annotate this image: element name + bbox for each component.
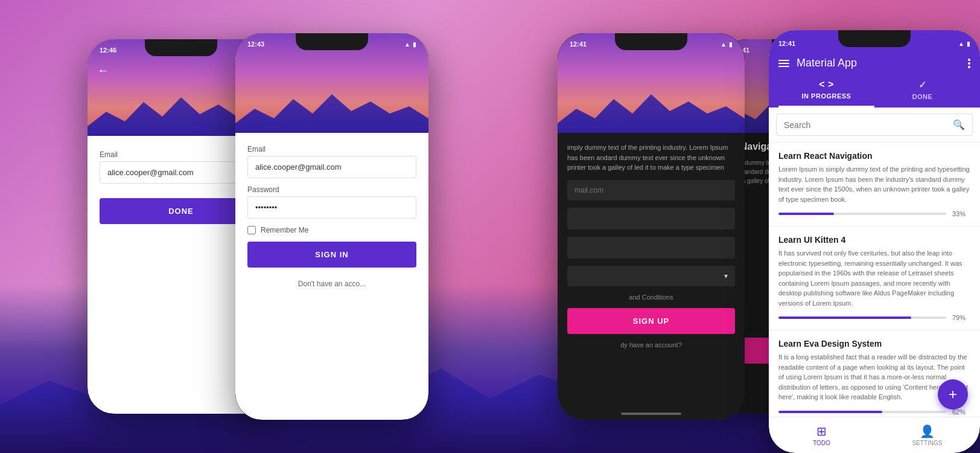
- phone-3: 12:41 ▲ ▮ Material App: [769, 30, 980, 453]
- bottom-nav-todo-label: TODO: [813, 440, 830, 446]
- phone-4-mountain: [558, 85, 745, 133]
- tab-in-progress[interactable]: < > IN PROGRESS: [778, 74, 874, 108]
- task-2-title: Learn UI Kitten 4: [778, 235, 970, 245]
- phone-1-notch: [145, 39, 217, 56]
- todo-icon: ⊞: [816, 424, 827, 439]
- phone-2-email-input[interactable]: [247, 156, 416, 178]
- phone-3-title-left: Material App: [778, 57, 857, 69]
- phone-4-already-text: dy have an account?: [567, 341, 735, 349]
- phone-4-dark-content: imply dummy text of the printing industr…: [558, 133, 745, 420]
- phone-4-email-input[interactable]: [567, 180, 735, 201]
- phone-3-search-bar: 🔍: [769, 108, 980, 143]
- phone-3-status-icons: ▲ ▮: [958, 40, 970, 47]
- phone-4-wifi-icon: ▲: [721, 41, 727, 48]
- phone-1-time: 12:46: [100, 47, 116, 54]
- phone-2-password-input[interactable]: [247, 196, 416, 219]
- phone-4-input-2[interactable]: [567, 208, 735, 230]
- phone-4-input-3[interactable]: [567, 237, 735, 259]
- phone-4: 12:41 ▲ ▮ imply dummy text of the printi…: [558, 33, 745, 420]
- task-3-progress-fill: [778, 411, 882, 413]
- phone-3-time: 12:41: [778, 40, 795, 47]
- phone-3-tabs: < > IN PROGRESS ✓ DONE: [778, 74, 970, 108]
- phone-1-back-arrow[interactable]: ←: [97, 63, 109, 77]
- phone-2-home-indicator: [302, 413, 362, 415]
- phone-2-sign-in-button[interactable]: SIGN IN: [247, 242, 416, 268]
- phone-4-status-icons: ▲ ▮: [721, 41, 733, 48]
- dot-1: [968, 59, 970, 61]
- phone-3-app-title: Material App: [797, 57, 857, 69]
- tab-done-icon: ✓: [918, 79, 927, 91]
- task-2-progress-bar: [778, 316, 946, 319]
- phone-2-content: Email Password Remember Me SIGN IN Don't…: [235, 133, 428, 300]
- hamburger-line-1: [778, 60, 789, 61]
- phone-4-time: 12:41: [570, 40, 587, 48]
- phone-2-remember-checkbox[interactable]: [247, 226, 256, 234]
- phone-3-notch: [838, 30, 911, 47]
- bottom-nav-settings-label: SETTINGS: [912, 440, 942, 446]
- phone-2-email-label: Email: [247, 145, 416, 153]
- task-item-1: Learn React Navigation Lorem Ipsum is si…: [769, 143, 980, 226]
- phone-2-password-wrap: Password: [247, 185, 416, 219]
- chevron-down-icon: ▾: [724, 272, 728, 280]
- task-1-progress-row: 33%: [778, 210, 970, 217]
- phone-4-home-indicator: [621, 413, 681, 415]
- tab-in-progress-icon: < >: [819, 79, 834, 90]
- task-3-progress-row: 62%: [778, 408, 970, 416]
- task-1-title: Learn React Navigation: [778, 151, 970, 161]
- phone-4-sign-up-button[interactable]: SIGN UP: [567, 308, 735, 334]
- task-2-progress-row: 79%: [778, 314, 970, 321]
- search-input[interactable]: [784, 120, 948, 130]
- task-2-progress-fill: [778, 316, 911, 319]
- tab-done-label: DONE: [912, 93, 933, 100]
- phone-4-terms-text: and Conditions: [567, 294, 735, 301]
- phone-3-battery-icon: ▮: [967, 40, 970, 47]
- phone-4-screen: 12:41 ▲ ▮ imply dummy text of the printi…: [558, 33, 745, 420]
- tab-in-progress-label: IN PROGRESS: [802, 92, 851, 100]
- task-3-title: Learn Eva Design System: [778, 339, 970, 349]
- task-1-desc: Lorem Ipsum is simply dummy text of the …: [778, 164, 970, 204]
- phone-2-battery-icon: [413, 41, 416, 48]
- phones-container: 12:46 ← Email DONE: [0, 0, 980, 453]
- search-icon: 🔍: [953, 119, 965, 130]
- phone-2-remember-label: Remember Me: [261, 226, 308, 234]
- task-1-progress-bar: [778, 213, 946, 215]
- task-item-2: Learn UI Kitten 4 It has survived not on…: [769, 226, 980, 330]
- tab-done[interactable]: ✓ DONE: [874, 74, 970, 108]
- phone-2-notch: [296, 33, 368, 50]
- task-2-desc: It has survived not only five centuries,…: [778, 248, 970, 308]
- phone-2-status-icons: [404, 41, 416, 48]
- dot-2: [968, 62, 970, 65]
- overflow-menu-button[interactable]: [968, 59, 970, 68]
- search-input-wrap: 🔍: [776, 114, 973, 136]
- phone-4-battery-icon: ▮: [729, 41, 733, 48]
- task-1-progress-fill: [778, 213, 834, 215]
- phone-2-remember-row: Remember Me: [247, 226, 416, 234]
- phone-3-scroll-area[interactable]: Learn React Navigation Lorem Ipsum is si…: [769, 143, 980, 417]
- task-2-progress-pct: 79%: [952, 314, 970, 321]
- dot-3: [968, 66, 970, 68]
- phone-2: 12:43 Email Password: [235, 33, 428, 420]
- phone-2-dont-have-text: Don't have an acco...: [247, 280, 416, 288]
- phone-3-wifi-icon: ▲: [958, 40, 964, 47]
- phone-2-wifi-icon: [404, 41, 410, 48]
- phone-3-title-row: Material App: [778, 54, 970, 74]
- phone-2-screen: 12:43 Email Password: [235, 33, 428, 420]
- phone-2-time: 12:43: [247, 40, 264, 48]
- task-1-progress-pct: 33%: [952, 210, 970, 217]
- fab-button[interactable]: +: [938, 379, 968, 410]
- phone-1-home-indicator: [151, 406, 211, 409]
- settings-nav-icon: 👤: [920, 424, 935, 439]
- phone-4-notch: [615, 33, 687, 50]
- phone-3-home-indicator: [844, 446, 905, 448]
- phone-4-desc-text: imply dummy text of the printing industr…: [567, 143, 735, 173]
- phone-2-email-wrap: Email: [247, 145, 416, 178]
- task-3-progress-bar: [778, 411, 946, 413]
- hamburger-line-3: [778, 66, 789, 67]
- phone-2-mountain: [235, 85, 428, 133]
- phone-4-dropdown[interactable]: ▾: [567, 266, 735, 286]
- hamburger-menu-button[interactable]: [778, 60, 789, 67]
- hamburger-line-2: [778, 63, 789, 64]
- phone-2-password-label: Password: [247, 185, 416, 194]
